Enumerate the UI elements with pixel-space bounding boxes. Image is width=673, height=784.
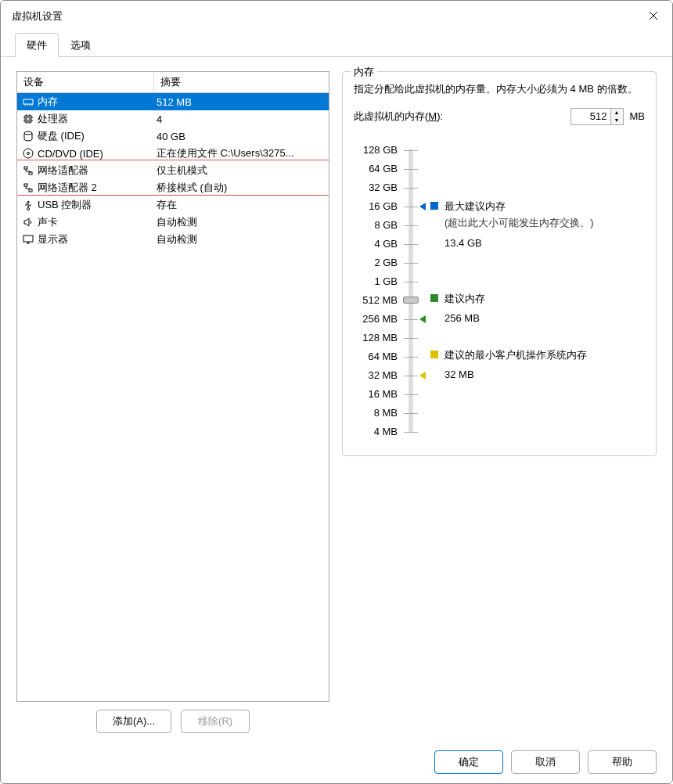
max-memory-marker-icon [419, 203, 426, 210]
legend-square-yellow-icon [430, 351, 438, 358]
min-memory-marker-icon [419, 372, 426, 379]
svg-point-24 [27, 208, 30, 210]
slider-tick-label: 8 GB [354, 216, 398, 235]
device-summary: 512 MB [153, 96, 329, 108]
table-row[interactable]: 硬盘 (IDE)40 GB [17, 128, 329, 145]
sound-icon [22, 216, 34, 228]
memory-input[interactable] [571, 109, 610, 124]
slider-tick-label: 16 MB [354, 385, 398, 404]
legend-recommended: 建议内存 256 MB [444, 291, 485, 326]
table-row[interactable]: 声卡自动检测 [17, 214, 329, 231]
slider-tick-label: 512 MB [354, 291, 398, 310]
slider-tick-label: 64 MB [354, 347, 398, 366]
device-name: 网络适配器 2 [38, 181, 153, 195]
legend-square-green-icon [430, 294, 438, 302]
usb-icon [22, 199, 34, 211]
ok-button[interactable]: 确定 [434, 750, 503, 774]
slider-tick-label: 1 GB [354, 272, 398, 291]
cpu-icon [22, 113, 34, 125]
svg-rect-23 [29, 189, 32, 192]
slider-tick [404, 376, 418, 376]
slider-tick [404, 169, 418, 170]
slider-tick-label: 4 MB [354, 423, 398, 441]
device-summary: 正在使用文件 C:\Users\3275... [153, 146, 329, 160]
slider-tick-label: 4 GB [354, 235, 398, 254]
cancel-button[interactable]: 取消 [511, 750, 580, 774]
device-name: 硬盘 (IDE) [38, 129, 153, 143]
column-header-summary[interactable]: 摘要 [154, 72, 329, 92]
memory-slider[interactable] [401, 141, 427, 441]
net-icon [22, 182, 34, 194]
remove-button[interactable]: 移除(R) [181, 710, 250, 733]
svg-rect-7 [25, 116, 31, 122]
device-name: 显示器 [38, 232, 153, 246]
legend-square-blue-icon [430, 202, 438, 210]
device-summary: 40 GB [153, 131, 329, 142]
svg-point-18 [23, 149, 33, 158]
table-row[interactable]: 网络适配器仅主机模式 [17, 162, 329, 179]
svg-rect-22 [24, 184, 27, 186]
slider-tick [404, 338, 418, 339]
svg-rect-20 [24, 167, 27, 169]
memory-group-title: 内存 [351, 65, 377, 79]
help-button[interactable]: 帮助 [588, 750, 657, 774]
slider-tick-label: 256 MB [354, 310, 398, 329]
memory-icon [22, 95, 34, 108]
device-name: USB 控制器 [38, 198, 153, 212]
memory-slider-thumb[interactable] [403, 297, 419, 304]
close-icon[interactable] [646, 6, 661, 27]
memory-group: 内存 指定分配给此虚拟机的内存量。内存大小必须为 4 MB 的倍数。 此虚拟机的… [342, 71, 657, 456]
slider-tick-label: 8 MB [354, 404, 398, 423]
slider-tick-label: 128 GB [354, 141, 398, 160]
legend-max: 最大建议内存 (超出此大小可能发生内存交换。) 13.4 GB [444, 199, 594, 251]
memory-spin-up[interactable]: ▲ [611, 109, 623, 117]
device-summary: 4 [153, 113, 329, 125]
device-name: CD/DVD (IDE) [38, 148, 153, 160]
slider-tick [404, 319, 418, 320]
slider-tick [404, 150, 418, 151]
device-name: 处理器 [38, 112, 153, 126]
cd-icon [22, 147, 34, 160]
svg-rect-8 [27, 117, 30, 120]
table-row[interactable]: USB 控制器存在 [17, 196, 329, 214]
add-button[interactable]: 添加(A)... [96, 710, 171, 733]
svg-point-19 [27, 153, 30, 155]
slider-tick [404, 244, 418, 245]
tab-options[interactable]: 选项 [59, 33, 103, 57]
column-header-device[interactable]: 设备 [17, 72, 154, 92]
device-summary: 自动检测 [153, 215, 329, 229]
slider-tick [404, 413, 418, 414]
slider-tick [404, 432, 418, 433]
svg-rect-26 [23, 236, 33, 242]
slider-tick [404, 394, 418, 395]
device-name: 声卡 [38, 215, 153, 229]
table-row[interactable]: 内存512 MB [17, 93, 329, 110]
memory-unit: MB [630, 110, 646, 122]
slider-tick-label: 64 GB [354, 160, 398, 178]
table-row[interactable]: 处理器4 [17, 110, 329, 128]
disk-icon [22, 130, 34, 142]
tab-hardware[interactable]: 硬件 [15, 33, 59, 57]
device-summary: 存在 [153, 198, 329, 212]
slider-tick-label: 32 MB [354, 366, 398, 385]
device-name: 网络适配器 [38, 164, 153, 178]
svg-point-17 [24, 131, 32, 135]
slider-tick-label: 16 GB [354, 197, 398, 216]
device-summary: 自动检测 [153, 232, 329, 246]
memory-description: 指定分配给此虚拟机的内存量。内存大小必须为 4 MB 的倍数。 [354, 81, 645, 97]
table-row[interactable]: 显示器自动检测 [17, 231, 329, 248]
svg-rect-21 [29, 172, 32, 174]
legend-min: 建议的最小客户机操作系统内存 32 MB [444, 347, 587, 383]
device-table: 设备 摘要 内存512 MB处理器4硬盘 (IDE)40 GBCD/DVD (I… [16, 71, 329, 702]
slider-tick [404, 357, 418, 358]
table-row[interactable]: 网络适配器 2桥接模式 (自动) [17, 179, 329, 196]
device-summary: 桥接模式 (自动) [153, 181, 329, 195]
slider-tick-label: 2 GB [354, 254, 398, 272]
slider-tick [404, 225, 418, 226]
memory-spin-down[interactable]: ▼ [611, 117, 623, 124]
slider-tick [404, 207, 418, 207]
slider-tick [404, 188, 418, 189]
table-row[interactable]: CD/DVD (IDE)正在使用文件 C:\Users\3275... [17, 145, 329, 162]
recommended-memory-marker-icon [419, 315, 426, 323]
window-title: 虚拟机设置 [12, 9, 63, 23]
